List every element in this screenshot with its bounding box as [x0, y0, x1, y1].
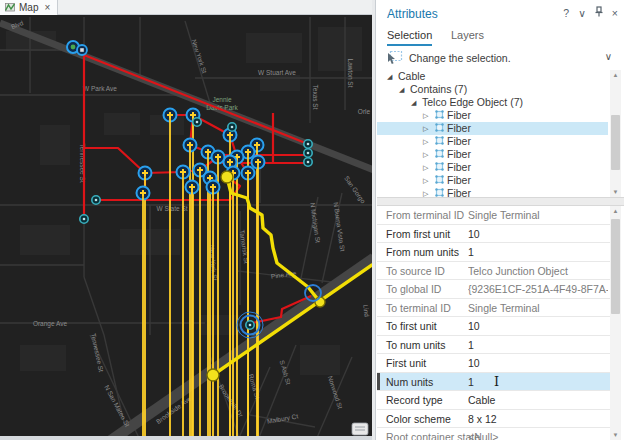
- field-value: Telco Junction Object: [468, 265, 608, 277]
- fiber-icon: [434, 187, 447, 197]
- field-row-to-num-units[interactable]: To num units1: [377, 336, 610, 355]
- chevron-down-icon[interactable]: ∨: [578, 7, 586, 19]
- collapsed-triangle-icon[interactable]: ▷: [423, 122, 434, 135]
- panel-splitter[interactable]: [377, 197, 624, 206]
- field-row-from-terminal-id[interactable]: From terminal IDSingle Terminal: [377, 206, 610, 225]
- tree-item-label: Fiber: [447, 174, 471, 186]
- svg-text:Lawton St: Lawton St: [347, 59, 354, 88]
- cable-vertex[interactable]: [315, 297, 325, 307]
- tree-item-label: Fiber: [447, 148, 471, 160]
- field-label: To global ID: [386, 283, 441, 295]
- field-value[interactable]: 1: [468, 246, 608, 258]
- field-label: From first unit: [386, 228, 450, 240]
- tree-item-fiber[interactable]: ▷Fiber: [377, 109, 608, 122]
- tab-layers[interactable]: Layers: [451, 29, 484, 41]
- field-row-color-scheme[interactable]: Color scheme8 x 12: [377, 410, 610, 429]
- field-label: To num units: [386, 339, 446, 351]
- collapsed-triangle-icon[interactable]: ▷: [423, 148, 434, 161]
- expanded-triangle-icon[interactable]: ◢: [387, 70, 398, 83]
- fiber-icon: [434, 135, 447, 149]
- tree-item-fiber[interactable]: ▷Fiber: [377, 135, 608, 148]
- map-tab-close-icon[interactable]: ×: [44, 2, 50, 13]
- tree-item-label: Contains (7): [410, 83, 467, 95]
- tree-scrollbar[interactable]: ▲ ▼: [610, 70, 621, 197]
- field-value[interactable]: Cable: [468, 394, 608, 406]
- fields-scrollbar[interactable]: ▲ ▼: [610, 206, 621, 440]
- tab-map[interactable]: Map ×: [0, 0, 58, 15]
- map-bottom-scrollbar[interactable]: [0, 436, 372, 440]
- field-label: Record type: [386, 394, 443, 406]
- collapsed-triangle-icon[interactable]: ▷: [423, 174, 434, 187]
- collapsed-triangle-icon[interactable]: ▷: [423, 187, 434, 197]
- map-canvas[interactable]: BlvdW Park AveW Stuart AveNew York StTex…: [0, 15, 372, 440]
- pin-icon[interactable]: [595, 6, 603, 19]
- fiber-icon: [434, 122, 447, 136]
- change-selection-row[interactable]: Change the selection. ∨: [377, 50, 624, 68]
- svg-text:Jennie: Jennie: [212, 96, 232, 103]
- collapsed-triangle-icon[interactable]: ▷: [423, 161, 434, 174]
- expanded-triangle-icon[interactable]: ◢: [399, 83, 410, 96]
- field-row-num-units[interactable]: Num units1I: [377, 373, 610, 392]
- tree-item-cable[interactable]: ◢Cable: [377, 70, 608, 83]
- scroll-up-icon[interactable]: ▲: [610, 70, 621, 80]
- collapsed-triangle-icon[interactable]: ▷: [423, 135, 434, 148]
- scroll-up-icon[interactable]: ▲: [610, 206, 621, 216]
- pane-divider[interactable]: [372, 0, 376, 440]
- tree-item-telco-edge-object-7-[interactable]: ◢Telco Edge Object (7): [377, 96, 608, 109]
- tree-item-fiber[interactable]: ▷Fiber: [377, 187, 608, 197]
- field-row-from-num-units[interactable]: From num units1: [377, 243, 610, 262]
- collapsed-triangle-icon[interactable]: ▷: [423, 109, 434, 122]
- attribute-fields-table: From terminal IDSingle TerminalFrom firs…: [377, 206, 610, 440]
- field-row-to-terminal-id[interactable]: To terminal IDSingle Terminal: [377, 299, 610, 318]
- svg-text:Texas St: Texas St: [312, 85, 319, 110]
- field-row-to-global-id[interactable]: To global ID{9236E1CF-251A-4F49-8F7A-9B5…: [377, 280, 610, 299]
- field-row-from-first-unit[interactable]: From first unit10: [377, 225, 610, 244]
- tab-selection[interactable]: Selection: [387, 29, 432, 46]
- map-credits-widget[interactable]: [352, 423, 368, 435]
- help-icon[interactable]: ?: [563, 7, 569, 19]
- scroll-down-icon[interactable]: ▼: [610, 187, 621, 197]
- field-label: From num units: [386, 246, 459, 258]
- field-value: Single Terminal: [468, 209, 608, 221]
- fields-scroll-thumb[interactable]: [611, 219, 620, 314]
- tree-item-label: Fiber: [447, 161, 471, 173]
- field-value[interactable]: 1: [468, 376, 608, 388]
- cable-vertex[interactable]: [221, 171, 233, 183]
- field-value[interactable]: 8 x 12: [468, 413, 608, 425]
- tree-item-fiber[interactable]: ▷Fiber: [377, 161, 608, 174]
- view-tab-strip: Map ×: [0, 0, 372, 15]
- cable-vertex[interactable]: [207, 369, 219, 381]
- field-row-root-container-state[interactable]: Root container state<Null>: [377, 428, 610, 440]
- svg-text:W Stuart Ave: W Stuart Ave: [258, 69, 296, 76]
- field-row-to-first-unit[interactable]: To first unit10: [377, 317, 610, 336]
- field-label: To terminal ID: [386, 302, 451, 314]
- change-selection-chevron-icon[interactable]: ∨: [605, 51, 612, 62]
- expanded-triangle-icon[interactable]: ◢: [411, 96, 422, 109]
- scroll-down-icon[interactable]: ▼: [610, 430, 621, 440]
- change-selection-icon: [386, 48, 405, 68]
- field-value[interactable]: 10: [468, 357, 608, 369]
- field-label: Num units: [386, 376, 433, 388]
- attributes-panel: Attributes ? ∨ × Selection Layers Change…: [377, 0, 624, 440]
- fiber-icon: [434, 174, 447, 188]
- text-cursor-icon: I: [494, 374, 499, 389]
- tree-item-fiber[interactable]: ▷Fiber: [377, 174, 608, 187]
- field-label: Root container state: [386, 431, 480, 440]
- field-value: <Null>: [468, 431, 608, 440]
- tree-item-contains-7-[interactable]: ◢Contains (7): [377, 83, 608, 96]
- tree-item-fiber[interactable]: ▷Fiber: [377, 148, 608, 161]
- tree-item-label: Fiber: [447, 109, 471, 121]
- field-value[interactable]: 10: [468, 320, 608, 332]
- field-value: {9236E1CF-251A-4F49-8F7A-9B5280A2: [468, 283, 608, 295]
- tree-scroll-thumb[interactable]: [611, 115, 620, 170]
- close-icon[interactable]: ×: [612, 7, 618, 19]
- field-row-record-type[interactable]: Record typeCable: [377, 391, 610, 410]
- tree-item-label: Fiber: [447, 135, 471, 147]
- panel-tabs: Selection Layers: [377, 26, 624, 48]
- field-row-first-unit[interactable]: First unit10: [377, 354, 610, 373]
- field-value[interactable]: 10: [468, 228, 608, 240]
- fiber-icon: [434, 148, 447, 162]
- field-row-to-source-id[interactable]: To source IDTelco Junction Object: [377, 262, 610, 281]
- field-value[interactable]: 1: [468, 339, 608, 351]
- tree-item-fiber[interactable]: ▷Fiber: [377, 122, 608, 135]
